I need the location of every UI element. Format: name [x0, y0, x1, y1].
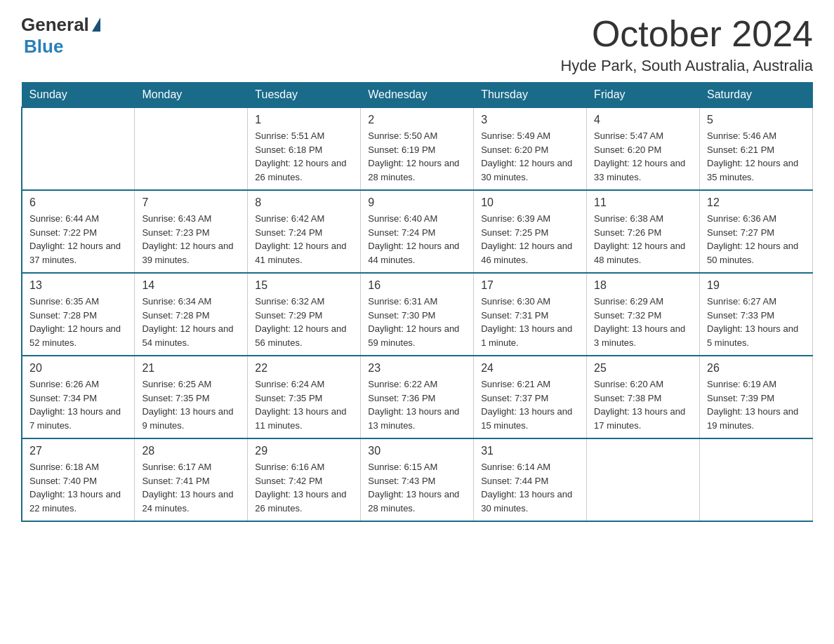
day-info: Sunrise: 6:17 AM Sunset: 7:41 PM Dayligh…: [142, 460, 240, 515]
day-info: Sunrise: 6:31 AM Sunset: 7:30 PM Dayligh…: [368, 295, 466, 349]
day-number: 26: [707, 362, 805, 375]
calendar-cell: 5Sunrise: 5:46 AM Sunset: 6:21 PM Daylig…: [700, 107, 813, 190]
day-number: 7: [142, 196, 240, 209]
day-info: Sunrise: 6:21 AM Sunset: 7:37 PM Dayligh…: [481, 377, 579, 432]
day-number: 16: [368, 279, 466, 292]
month-title: October 2024: [560, 14, 813, 54]
calendar-cell: 29Sunrise: 6:16 AM Sunset: 7:42 PM Dayli…: [248, 438, 361, 521]
day-info: Sunrise: 6:36 AM Sunset: 7:27 PM Dayligh…: [707, 212, 805, 267]
day-number: 10: [481, 196, 579, 209]
calendar-cell: 3Sunrise: 5:49 AM Sunset: 6:20 PM Daylig…: [474, 107, 587, 190]
day-info: Sunrise: 6:29 AM Sunset: 7:32 PM Dayligh…: [594, 295, 692, 349]
calendar-cell: 30Sunrise: 6:15 AM Sunset: 7:43 PM Dayli…: [361, 438, 474, 521]
day-number: 23: [368, 362, 466, 375]
day-info: Sunrise: 6:16 AM Sunset: 7:42 PM Dayligh…: [255, 460, 353, 515]
calendar-header-friday: Friday: [587, 83, 700, 108]
day-info: Sunrise: 6:18 AM Sunset: 7:40 PM Dayligh…: [29, 460, 127, 515]
day-info: Sunrise: 6:22 AM Sunset: 7:36 PM Dayligh…: [368, 377, 466, 432]
day-number: 28: [142, 445, 240, 457]
calendar-cell: 7Sunrise: 6:43 AM Sunset: 7:23 PM Daylig…: [135, 190, 248, 273]
calendar-cell: 1Sunrise: 5:51 AM Sunset: 6:18 PM Daylig…: [248, 107, 361, 190]
calendar-cell: 25Sunrise: 6:20 AM Sunset: 7:38 PM Dayli…: [587, 356, 700, 438]
day-number: 24: [481, 362, 579, 375]
day-info: Sunrise: 6:14 AM Sunset: 7:44 PM Dayligh…: [481, 460, 579, 515]
calendar-header-saturday: Saturday: [700, 83, 813, 108]
day-number: 4: [594, 114, 692, 126]
page-header: General Blue October 2024 Hyde Park, Sou…: [21, 14, 813, 75]
calendar-cell: 16Sunrise: 6:31 AM Sunset: 7:30 PM Dayli…: [361, 273, 474, 356]
calendar-header-monday: Monday: [135, 83, 248, 108]
calendar-week-row: 1Sunrise: 5:51 AM Sunset: 6:18 PM Daylig…: [22, 107, 813, 190]
day-info: Sunrise: 5:51 AM Sunset: 6:18 PM Dayligh…: [255, 129, 353, 184]
day-number: 18: [594, 279, 692, 292]
day-info: Sunrise: 6:42 AM Sunset: 7:24 PM Dayligh…: [255, 212, 353, 267]
day-number: 3: [481, 114, 579, 126]
day-info: Sunrise: 6:27 AM Sunset: 7:33 PM Dayligh…: [707, 295, 805, 349]
day-number: 1: [255, 114, 353, 126]
day-info: Sunrise: 6:43 AM Sunset: 7:23 PM Dayligh…: [142, 212, 240, 267]
day-number: 19: [707, 279, 805, 292]
day-info: Sunrise: 5:46 AM Sunset: 6:21 PM Dayligh…: [707, 129, 805, 184]
day-number: 11: [594, 196, 692, 209]
calendar-header-row: SundayMondayTuesdayWednesdayThursdayFrid…: [22, 83, 813, 108]
day-info: Sunrise: 5:47 AM Sunset: 6:20 PM Dayligh…: [594, 129, 692, 184]
calendar-header-thursday: Thursday: [474, 83, 587, 108]
day-info: Sunrise: 6:20 AM Sunset: 7:38 PM Dayligh…: [594, 377, 692, 432]
day-number: 13: [29, 279, 127, 292]
day-number: 17: [481, 279, 579, 292]
day-info: Sunrise: 5:50 AM Sunset: 6:19 PM Dayligh…: [368, 129, 466, 184]
day-info: Sunrise: 6:15 AM Sunset: 7:43 PM Dayligh…: [368, 460, 466, 515]
day-info: Sunrise: 6:25 AM Sunset: 7:35 PM Dayligh…: [142, 377, 240, 432]
calendar-cell: [22, 107, 135, 190]
calendar-cell: 13Sunrise: 6:35 AM Sunset: 7:28 PM Dayli…: [22, 273, 135, 356]
day-info: Sunrise: 6:39 AM Sunset: 7:25 PM Dayligh…: [481, 212, 579, 267]
day-number: 5: [707, 114, 805, 126]
day-info: Sunrise: 5:49 AM Sunset: 6:20 PM Dayligh…: [481, 129, 579, 184]
calendar-cell: 10Sunrise: 6:39 AM Sunset: 7:25 PM Dayli…: [474, 190, 587, 273]
day-info: Sunrise: 6:40 AM Sunset: 7:24 PM Dayligh…: [368, 212, 466, 267]
calendar-cell: 24Sunrise: 6:21 AM Sunset: 7:37 PM Dayli…: [474, 356, 587, 438]
day-number: 6: [29, 196, 127, 209]
day-info: Sunrise: 6:44 AM Sunset: 7:22 PM Dayligh…: [29, 212, 127, 267]
day-number: 29: [255, 445, 353, 457]
calendar-cell: 9Sunrise: 6:40 AM Sunset: 7:24 PM Daylig…: [361, 190, 474, 273]
calendar-cell: 22Sunrise: 6:24 AM Sunset: 7:35 PM Dayli…: [248, 356, 361, 438]
day-number: 31: [481, 445, 579, 457]
day-info: Sunrise: 6:19 AM Sunset: 7:39 PM Dayligh…: [707, 377, 805, 432]
calendar-header-tuesday: Tuesday: [248, 83, 361, 108]
calendar-cell: 17Sunrise: 6:30 AM Sunset: 7:31 PM Dayli…: [474, 273, 587, 356]
calendar-cell: 19Sunrise: 6:27 AM Sunset: 7:33 PM Dayli…: [700, 273, 813, 356]
day-number: 8: [255, 196, 353, 209]
day-number: 14: [142, 279, 240, 292]
day-number: 21: [142, 362, 240, 375]
day-number: 9: [368, 196, 466, 209]
calendar-cell: 23Sunrise: 6:22 AM Sunset: 7:36 PM Dayli…: [361, 356, 474, 438]
day-info: Sunrise: 6:34 AM Sunset: 7:28 PM Dayligh…: [142, 295, 240, 349]
logo-text-blue: Blue: [24, 36, 63, 58]
day-number: 25: [594, 362, 692, 375]
day-number: 12: [707, 196, 805, 209]
calendar-cell: [587, 438, 700, 521]
day-number: 22: [255, 362, 353, 375]
day-info: Sunrise: 6:32 AM Sunset: 7:29 PM Dayligh…: [255, 295, 353, 349]
calendar-cell: 18Sunrise: 6:29 AM Sunset: 7:32 PM Dayli…: [587, 273, 700, 356]
calendar-cell: [135, 107, 248, 190]
day-number: 27: [29, 445, 127, 457]
calendar-cell: 27Sunrise: 6:18 AM Sunset: 7:40 PM Dayli…: [22, 438, 135, 521]
location-title: Hyde Park, South Australia, Australia: [560, 57, 813, 75]
day-info: Sunrise: 6:30 AM Sunset: 7:31 PM Dayligh…: [481, 295, 579, 349]
logo-triangle-icon: [92, 18, 100, 32]
calendar-cell: 8Sunrise: 6:42 AM Sunset: 7:24 PM Daylig…: [248, 190, 361, 273]
calendar-cell: 12Sunrise: 6:36 AM Sunset: 7:27 PM Dayli…: [700, 190, 813, 273]
day-info: Sunrise: 6:26 AM Sunset: 7:34 PM Dayligh…: [29, 377, 127, 432]
calendar-week-row: 13Sunrise: 6:35 AM Sunset: 7:28 PM Dayli…: [22, 273, 813, 356]
logo: General Blue: [21, 14, 100, 58]
calendar-cell: 20Sunrise: 6:26 AM Sunset: 7:34 PM Dayli…: [22, 356, 135, 438]
calendar-cell: 31Sunrise: 6:14 AM Sunset: 7:44 PM Dayli…: [474, 438, 587, 521]
calendar-cell: 21Sunrise: 6:25 AM Sunset: 7:35 PM Dayli…: [135, 356, 248, 438]
calendar-cell: 6Sunrise: 6:44 AM Sunset: 7:22 PM Daylig…: [22, 190, 135, 273]
day-number: 2: [368, 114, 466, 126]
calendar-cell: 14Sunrise: 6:34 AM Sunset: 7:28 PM Dayli…: [135, 273, 248, 356]
day-number: 30: [368, 445, 466, 457]
logo-text-general: General: [21, 14, 89, 36]
